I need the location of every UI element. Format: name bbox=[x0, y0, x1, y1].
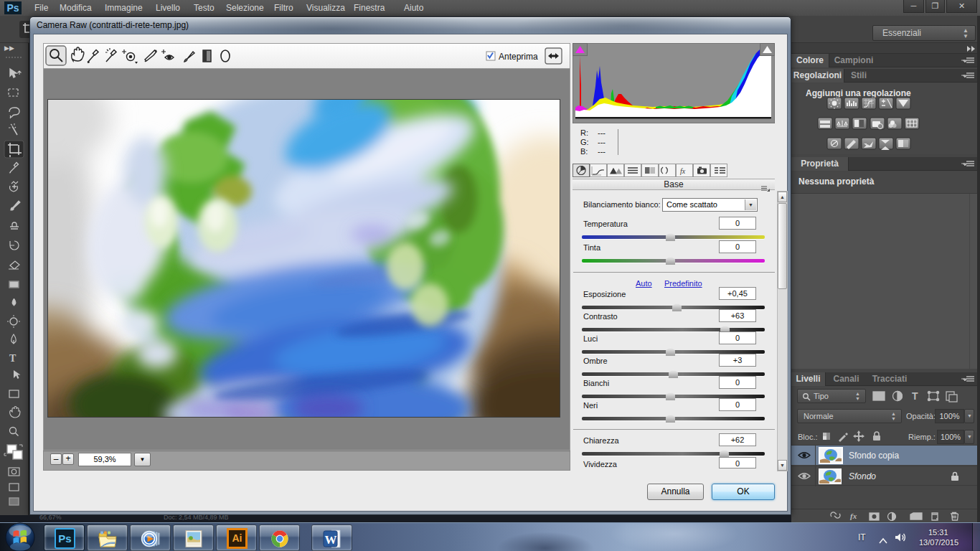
svg-text:▶▶: ▶▶ bbox=[4, 44, 14, 52]
svg-text:Anteprima: Anteprima bbox=[499, 52, 538, 62]
svg-text:fx: fx bbox=[850, 512, 857, 520]
svg-text:fx: fx bbox=[680, 167, 686, 175]
svg-text:T: T bbox=[9, 353, 17, 364]
svg-text:T: T bbox=[912, 390, 918, 402]
svg-text:W: W bbox=[325, 533, 337, 547]
